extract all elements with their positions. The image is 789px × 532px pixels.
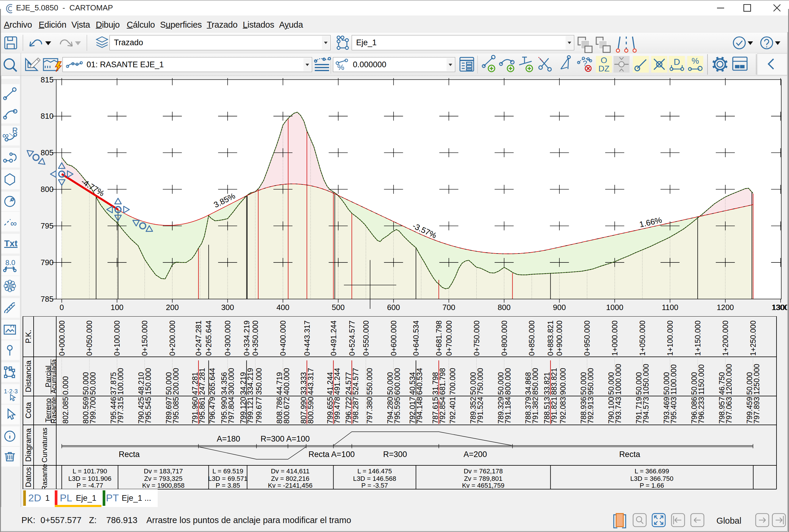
svg-text:1000: 1000	[606, 303, 623, 312]
svg-text:Kv = 4651,759: Kv = 4651,759	[462, 482, 505, 489]
svg-text:Recta: Recta	[119, 450, 140, 459]
svg-text:Kv = 1900,858: Kv = 1900,858	[142, 482, 185, 489]
svg-text:700: 700	[442, 303, 455, 312]
svg-text:?: ?	[583, 59, 587, 68]
svg-text:1+100.000: 1+100.000	[666, 320, 674, 356]
svg-text:P = 1.66: P = 1.66	[640, 482, 664, 489]
svg-text:1200: 1200	[717, 303, 734, 312]
svg-text:799.478: 799.478	[333, 397, 341, 424]
svg-text:810: 810	[41, 112, 54, 120]
svg-text:∞: ∞	[11, 218, 17, 228]
svg-text:Recta: Recta	[619, 450, 640, 459]
svg-text:Dv = 762,178: Dv = 762,178	[463, 468, 502, 475]
svg-text:797.063: 797.063	[725, 397, 733, 424]
svg-text:0+400.000: 0+400.000	[279, 320, 287, 356]
svg-text:797.893: 797.893	[752, 397, 761, 424]
svg-text:Datos: Datos	[24, 467, 33, 487]
svg-text:600.000: 600.000	[393, 368, 401, 395]
svg-text:797.380: 797.380	[365, 397, 374, 424]
svg-text:792.401: 792.401	[448, 397, 457, 424]
svg-text:850.000: 850.000	[531, 368, 539, 395]
svg-text:Zv = 802,216: Zv = 802,216	[271, 475, 309, 482]
svg-text:1+150.000: 1+150.000	[693, 320, 702, 356]
svg-text:L = 146.475: L = 146.475	[357, 468, 392, 475]
svg-text:798.287: 798.287	[351, 397, 360, 424]
svg-text:0+334.219: 0+334.219	[243, 320, 251, 356]
svg-text:L3D = 146.568: L3D = 146.568	[353, 475, 396, 482]
svg-text:785: 785	[41, 294, 54, 303]
svg-text:802.085: 802.085	[61, 397, 70, 424]
svg-text:0+443.317: 0+443.317	[303, 320, 311, 356]
svg-text:%: %	[692, 56, 699, 65]
svg-text:300: 300	[221, 303, 234, 312]
svg-text:900.000: 900.000	[559, 368, 567, 395]
svg-text:1000.000: 1000.000	[614, 364, 622, 395]
svg-text:350.000: 350.000	[255, 368, 263, 395]
svg-text:150.000: 150.000	[144, 368, 152, 395]
svg-text:600: 600	[387, 303, 400, 312]
svg-text:R=300: R=300	[383, 450, 407, 459]
svg-text:1100.000: 1100.000	[669, 364, 678, 395]
svg-text:%: %	[338, 63, 344, 71]
svg-text:0+491.244: 0+491.244	[329, 320, 338, 356]
svg-text:400: 400	[276, 303, 289, 312]
svg-text:Diagrama: Diagrama	[24, 428, 33, 462]
svg-text:681.798: 681.798	[438, 368, 446, 395]
svg-text:797.315: 797.315	[116, 397, 124, 424]
svg-text:Zv = 789,801: Zv = 789,801	[464, 475, 502, 482]
svg-text:795.085: 795.085	[172, 397, 180, 424]
svg-text:Kv = -2141,456: Kv = -2141,456	[268, 482, 313, 489]
svg-text:Rasante: Rasante	[40, 464, 49, 490]
svg-text:0.000: 0.000	[61, 376, 70, 395]
svg-text:P = 3.85: P = 3.85	[216, 482, 240, 489]
svg-text:0+681.798: 0+681.798	[435, 320, 443, 356]
svg-text:800.672: 800.672	[282, 397, 291, 424]
svg-text:1+250.000: 1+250.000	[749, 320, 757, 356]
svg-text:A=200: A=200	[463, 450, 487, 459]
svg-text:P = -4.77: P = -4.77	[76, 482, 103, 489]
svg-text:Txt: Txt	[4, 238, 18, 248]
svg-text:815: 815	[41, 76, 54, 84]
svg-text:200.000: 200.000	[172, 368, 180, 395]
svg-text:791.382: 791.382	[531, 397, 539, 424]
svg-text:791.184: 791.184	[504, 397, 512, 424]
svg-text:800: 800	[41, 185, 54, 194]
svg-text:797.804: 797.804	[227, 397, 235, 424]
svg-text:0+700.000: 0+700.000	[445, 320, 453, 356]
svg-text:790: 790	[41, 258, 54, 267]
svg-text:0+600.000: 0+600.000	[389, 320, 398, 356]
svg-text:0+100.000: 0+100.000	[113, 320, 121, 356]
svg-text:1050.000: 1050.000	[642, 364, 650, 395]
svg-text:799.700: 799.700	[89, 397, 97, 424]
svg-text:Recta A=100: Recta A=100	[309, 450, 354, 459]
svg-text:0+900.000: 0+900.000	[555, 320, 563, 356]
svg-text:R=300 A=100: R=300 A=100	[261, 434, 310, 443]
svg-text:400.000: 400.000	[282, 368, 291, 395]
svg-text:0+850.000: 0+850.000	[527, 320, 536, 356]
svg-text:950.000: 950.000	[586, 368, 595, 395]
svg-text:DZ: DZ	[598, 64, 609, 73]
svg-text:L = 69.519: L = 69.519	[212, 468, 243, 475]
svg-text:0+000.000: 0+000.000	[58, 320, 66, 356]
svg-text:500: 500	[332, 303, 345, 312]
svg-text:8.0: 8.0	[5, 259, 15, 267]
svg-text:265.644: 265.644	[208, 368, 216, 395]
svg-text:Cota: Cota	[24, 402, 33, 418]
svg-text:795.403: 795.403	[669, 397, 678, 424]
svg-text:L3D = 366.750: L3D = 366.750	[631, 475, 674, 482]
svg-text:799.677: 799.677	[255, 397, 263, 424]
svg-text:0+265.644: 0+265.644	[205, 320, 213, 356]
svg-text:524.577: 524.577	[351, 368, 360, 395]
svg-text:D: D	[674, 57, 680, 66]
svg-text:P.K.: P.K.	[24, 330, 33, 343]
svg-text:0+524.577: 0+524.577	[348, 320, 356, 356]
svg-text:750.000: 750.000	[476, 368, 484, 395]
svg-text:1+200.000: 1+200.000	[721, 320, 730, 356]
svg-text:0+800.000: 0+800.000	[500, 320, 508, 356]
svg-text:0+200.000: 0+200.000	[168, 320, 176, 356]
svg-text:443.317: 443.317	[306, 368, 315, 395]
svg-text:640.534: 640.534	[415, 368, 424, 395]
svg-text:Zv = 793,325: Zv = 793,325	[144, 475, 182, 482]
svg-text:300.000: 300.000	[227, 368, 235, 395]
svg-text:P = -3.57: P = -3.57	[362, 482, 388, 489]
